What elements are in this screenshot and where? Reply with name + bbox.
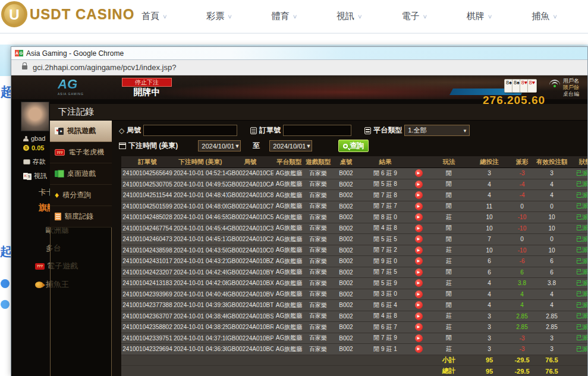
deposit-icon xyxy=(23,159,30,165)
nav-item-live[interactable]: 視訊∨ xyxy=(337,11,363,22)
table-cell: 莊 xyxy=(427,246,471,254)
betting-records-modal: 下注記錄 視訊遊戲 777電子老虎機 桌面遊戲 ♦積分查詢 額度記錄 ◇局號 xyxy=(50,104,587,376)
table-cell: 4 xyxy=(471,192,508,198)
play-video-button[interactable]: ▶ xyxy=(415,169,423,177)
table-cell: 2024-10-01 04:43:50 xyxy=(174,247,227,254)
table-row: 2410010424131832024-10-01 04:42:08GB0022… xyxy=(121,278,587,289)
table-cell: B002 xyxy=(332,269,360,276)
dealt-cards: 8♠ 8♠ 8♥ 8♥ xyxy=(506,79,537,93)
table-cell: 已派彩 xyxy=(567,279,587,287)
table-cell: 閒 9 莊 0 xyxy=(360,257,410,266)
table-cell: 3 xyxy=(471,346,508,352)
play-video-button[interactable]: ▶ xyxy=(415,279,423,287)
nav-item-cards[interactable]: 棋牌∨ xyxy=(467,11,493,22)
table-cell: B002 xyxy=(332,324,360,330)
table-cell: 閒 7 莊 7 xyxy=(360,202,410,210)
date-to-select[interactable]: 2024/10/01▼ xyxy=(269,140,312,151)
nav-item-sports[interactable]: 體育∨ xyxy=(272,11,298,22)
table-cell: 百家樂 xyxy=(304,180,332,188)
table-cell: 百家樂 xyxy=(304,191,332,200)
play-video-button[interactable]: ▶ xyxy=(415,268,423,276)
date-from-select[interactable]: 2024/10/01▼ xyxy=(198,140,241,151)
sidebar-item-slots[interactable]: 777電子老虎機 xyxy=(50,142,112,163)
chevron-down-icon: ∨ xyxy=(488,13,493,20)
table-cell: ▶ xyxy=(410,301,427,309)
play-video-button[interactable]: ▶ xyxy=(415,213,423,221)
round-input[interactable] xyxy=(143,125,237,136)
table-cell: 已派彩 xyxy=(567,202,587,210)
play-video-button[interactable]: ▶ xyxy=(415,247,423,254)
dropdown-arrow-icon: ▼ xyxy=(234,143,240,149)
platform-select[interactable]: 1.全部▾ xyxy=(404,125,470,136)
table-cell: 閒 xyxy=(427,235,471,244)
table-cell: 2024-10-01 04:45:17 xyxy=(174,236,227,242)
nav-item-home[interactable]: 首頁∨ xyxy=(142,11,168,22)
table-cell: 241001042565649 xyxy=(121,170,174,176)
ag-page: AG ASIA GAMING 停止下注 開牌中 8♠ 8♠ 8♥ 8♥ 用戶名 … xyxy=(11,75,587,376)
sidebar-item-live-games[interactable]: 視訊遊戲 xyxy=(50,121,112,142)
table-cell: GB00224A010CE xyxy=(227,170,273,176)
cards-icon xyxy=(55,127,64,135)
table-header-cell: 有效投注額 xyxy=(536,158,567,166)
nav-item-fishing[interactable]: 捕魚∨ xyxy=(532,11,558,22)
order-label: 訂單號 xyxy=(250,125,281,135)
table-cell: 2024-10-01 04:48:00 xyxy=(174,203,227,210)
nav-item-lottery[interactable]: 彩票∨ xyxy=(206,11,232,22)
sidebar-item-points[interactable]: ♦積分查詢 xyxy=(50,185,112,206)
table-cell: 2.85 xyxy=(508,313,536,320)
table-cell: 百家樂 xyxy=(304,169,332,178)
menu-deposit[interactable]: 存款 xyxy=(23,157,46,166)
order-input[interactable] xyxy=(283,125,351,136)
sidebar-item-table-games[interactable]: 桌面遊戲 xyxy=(50,163,112,185)
table-cell: B002 xyxy=(332,236,360,242)
wifi-icon xyxy=(549,80,560,88)
table-cell: 4 xyxy=(471,291,508,298)
table-cell: 莊 xyxy=(427,279,471,287)
play-video-button[interactable]: ▶ xyxy=(415,181,423,188)
play-video-button[interactable]: ▶ xyxy=(415,203,423,210)
to-label: 至 xyxy=(253,141,260,151)
table-cell: 241001042339751 xyxy=(121,335,174,342)
table-cell: -3 xyxy=(508,346,536,352)
table-cell: 6 xyxy=(471,258,508,264)
play-video-button[interactable]: ▶ xyxy=(415,323,423,331)
play-video-button[interactable]: ▶ xyxy=(415,225,423,232)
play-video-button[interactable]: ▶ xyxy=(415,334,423,342)
play-video-button[interactable]: ▶ xyxy=(415,301,423,309)
table-cell: 241001042431017 xyxy=(121,258,174,264)
background-glyph: 起 xyxy=(0,244,12,260)
play-video-button[interactable]: ▶ xyxy=(415,235,423,243)
table-header-cell: 遊戲類型 xyxy=(304,158,332,166)
table-cell: 4 xyxy=(471,280,508,286)
play-video-button[interactable]: ▶ xyxy=(415,312,423,320)
play-video-button[interactable]: ▶ xyxy=(415,290,423,298)
table-cell: GB00224A010CA xyxy=(227,181,273,188)
sidebar-item-quota[interactable]: 額度記錄 xyxy=(50,206,112,228)
table-cell: 241001042329694 xyxy=(121,346,174,352)
search-button[interactable]: 查詢 xyxy=(338,140,369,152)
table-cell: GB00224A010BS xyxy=(227,313,273,320)
menu-video[interactable]: 視訊 xyxy=(23,172,47,181)
table-cell: ▶ xyxy=(410,312,427,320)
play-video-button[interactable]: ▶ xyxy=(415,191,423,199)
table-cell: 241001042393969 xyxy=(121,291,174,298)
table-cell: AG旗艦廳 xyxy=(273,312,304,320)
table-cell: 百家樂 xyxy=(304,235,332,244)
chrome-window: AG Asia Gaming - Google Chrome gci.2hhap… xyxy=(11,46,588,376)
nav-item-slots[interactable]: 電子∨ xyxy=(401,11,427,22)
table-cell: B002 xyxy=(332,225,360,232)
chevron-down-icon: ∨ xyxy=(162,13,168,20)
url-bar[interactable]: gci.2hhapi.com/agingame/pcv1/index.jsp? xyxy=(11,60,587,75)
table-cell: 2024-10-01 04:38:25 xyxy=(174,324,227,330)
window-titlebar[interactable]: AG Asia Gaming - Google Chrome xyxy=(11,47,587,60)
table-cell: GB00224A010BV xyxy=(227,291,273,298)
table-cell: 2024-10-01 04:43:21 xyxy=(174,258,227,264)
play-video-button[interactable]: ▶ xyxy=(415,257,423,265)
play-video-button[interactable]: ▶ xyxy=(415,345,423,353)
table-header-cell: 局號 xyxy=(227,158,273,166)
site-logo[interactable]: U USDT CASINO xyxy=(1,1,134,27)
table-cell: 閒 7 莊 2 xyxy=(360,246,410,254)
table-cell: AG旗艦廳 xyxy=(273,224,304,232)
table-cell: 百家樂 xyxy=(304,334,332,342)
table-cell: 241001042438598 xyxy=(121,247,174,254)
